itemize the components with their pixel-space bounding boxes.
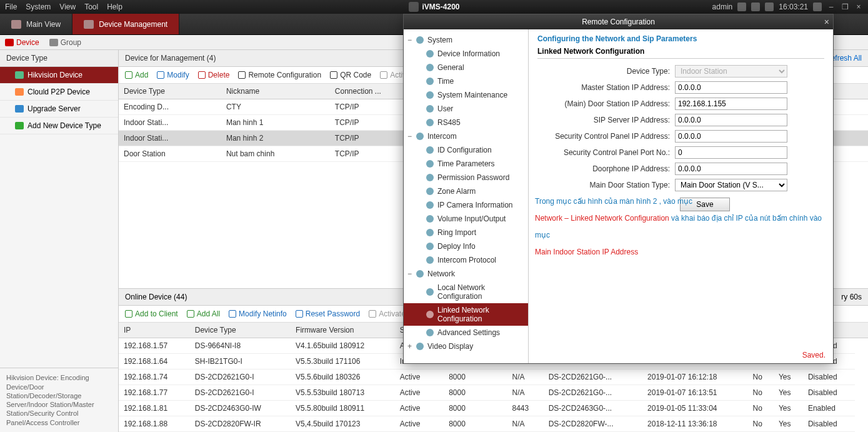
table-cell: 2019-01-07 16:12:18 [642,369,747,385]
modify-button[interactable]: Modify [157,71,189,79]
table-col-header[interactable]: Device Type [119,84,221,99]
sidebar-item-hikvision[interactable]: Hikvision Device [0,67,118,84]
tree-intercom[interactable]: −Intercom [404,129,528,143]
menu-help[interactable]: Help [107,3,122,11]
main-door-type-select[interactable]: Main Door Station (V S... [675,179,787,191]
minimize-button[interactable]: – [827,3,836,11]
table-row[interactable]: 192.168.1.77DS-2CD2621G0-IV5.5.53build 1… [119,385,868,401]
table-cell: Man hinh 2 [221,131,330,146]
tree-item[interactable]: Zone Alarm [404,184,528,198]
table-col-header[interactable]: Firmware Version [291,323,395,338]
menu-file[interactable]: File [5,3,17,11]
reset-icon [296,310,303,318]
table-cell: 8443 [507,401,544,416]
delete-button[interactable]: Delete [198,71,230,79]
gear-icon [238,71,246,79]
table-col-header[interactable]: Nickname [221,84,330,99]
bullet-icon [426,78,434,85]
tree-item[interactable]: User [404,102,528,116]
system-icon [416,36,424,44]
add-to-client-button[interactable]: Add to Client [125,309,178,318]
table-row[interactable]: 192.168.1.81DS-2CD2463G0-IWV5.5.80build … [119,401,868,416]
device-type-select: Indoor Station [675,65,787,78]
table-cell: DS-2CD2820FW-IR [190,416,291,432]
tree-item[interactable]: System Maintenance [404,88,528,102]
dialog-close-button[interactable]: × [824,17,829,27]
table-cell: No [747,416,773,432]
doorphone-ip-input[interactable] [675,163,787,175]
globe-icon[interactable] [737,3,746,11]
table-col-header[interactable]: Device Type [190,323,291,338]
sidebar-item-add-new-type[interactable]: Add New Device Type [0,118,118,134]
add-all-button[interactable]: Add All [187,309,220,318]
add-button[interactable]: Add [125,71,148,79]
tree-item[interactable]: Linked Network Configuration [404,303,528,326]
tree-network[interactable]: −Network [404,267,528,281]
table-row[interactable]: 192.168.1.88DS-2CD2820FW-IRV5,4.5build 1… [119,416,868,432]
tree-system[interactable]: −System [404,33,528,47]
sidebar-item-upgrade-server[interactable]: Upgrade Server [0,101,118,118]
tree-item[interactable]: Device Information [404,47,528,61]
panel-icon[interactable] [751,3,760,11]
menu-system[interactable]: System [26,3,51,11]
tree-item[interactable]: Ring Import [404,226,528,239]
tab-device-management[interactable]: Device Management [72,14,179,34]
subtab-device[interactable]: Device [5,38,39,47]
table-cell: Indoor Stati... [119,131,221,146]
table-col-header[interactable] [855,323,868,338]
qr-icon [330,71,337,79]
qr-code-button[interactable]: QR Code [330,71,371,79]
activate-online-button[interactable]: Activate [369,309,406,318]
tree-item[interactable]: Local Network Configuration [404,281,528,303]
subtab-group[interactable]: Group [49,38,81,47]
menu-tool[interactable]: Tool [84,3,98,11]
app-logo-icon [408,2,418,12]
modify-netinfo-button[interactable]: Modify Netinfo [229,309,287,318]
table-row[interactable]: 192.168.1.74DS-2CD2621G0-IV5.5.6build 18… [119,369,868,385]
table-col-header[interactable]: IP [119,323,190,338]
sip-ip-input[interactable] [675,114,787,126]
tree-item[interactable]: General [404,61,528,74]
tree-item[interactable]: IP Camera Information [404,198,528,212]
tree-video-display[interactable]: +Video Display [404,339,528,353]
annotation-text: Trong mục cấu hình của màn hình 2 , vào … [535,192,827,259]
tree-item[interactable]: Intercom Protocol [404,253,528,267]
tree-item[interactable]: Advanced Settings [404,326,528,339]
tree-item-label: RS485 [437,118,461,127]
sec-panel-ip-label: Security Control Panel IP Address: [537,132,675,141]
plus-icon [15,122,24,129]
bullet-icon [426,201,434,209]
tab-main-view[interactable]: Main View [0,14,72,34]
grid-icon[interactable] [765,3,774,11]
tree-item[interactable]: Time Parameters [404,157,528,171]
sec-panel-ip-input[interactable] [675,130,787,143]
delete-icon [198,71,206,79]
edit-icon [157,71,164,79]
tree-item[interactable]: Permission Password [404,171,528,184]
tree-item[interactable]: Volume Input/Output [404,212,528,226]
sidebar-item-cloud-p2p[interactable]: Clould P2P Device [0,84,118,101]
tree-item[interactable]: Time [404,74,528,88]
reset-password-button[interactable]: Reset Password [296,309,360,318]
remote-config-button[interactable]: Remote Configuration [238,71,321,79]
tree-item[interactable]: RS485 [404,116,528,129]
tree-item-label: Device Information [437,49,500,58]
close-window-button[interactable]: × [854,3,863,11]
master-ip-input[interactable] [675,81,787,94]
maximize-button[interactable]: ❐ [841,3,849,11]
table-cell: DS-2CD2621G0-... [544,369,642,385]
table-cell: N/A [507,416,544,432]
menu-view[interactable]: View [59,3,76,11]
dialog-titlebar[interactable]: Remote Configuration × [404,14,833,29]
table-cell: CTY [221,99,330,115]
sec-panel-port-label: Security Control Panel Port No.: [537,148,675,157]
sec-panel-port-input[interactable] [675,146,787,159]
tree-item-label: System Maintenance [437,91,507,99]
tree-item-label: Permission Password [437,173,509,182]
table-cell: DS-2CD2621G0-... [544,385,642,401]
tree-item[interactable]: Deploy Info [404,239,528,253]
cloud-icon [15,88,24,96]
lock-icon[interactable] [813,3,822,11]
main-door-ip-input[interactable] [675,98,787,110]
tree-item[interactable]: ID Configuration [404,143,528,157]
